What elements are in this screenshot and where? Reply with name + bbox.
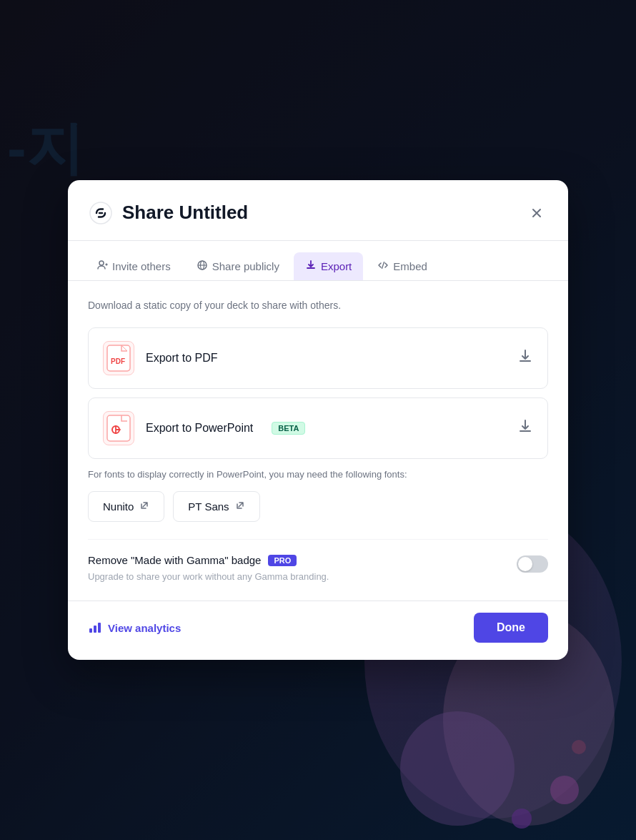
tab-invite[interactable]: Invite others [85, 252, 182, 280]
remove-badge-text: Remove "Made with Gamma" badge [88, 554, 261, 566]
modal-body: Download a static copy of your deck to s… [68, 281, 568, 601]
modal-title: Share Untitled [122, 202, 248, 224]
nunito-label: Nunito [103, 500, 134, 513]
font-ptsans-button[interactable]: PT Sans [173, 491, 259, 522]
pro-badge: PRO [268, 555, 297, 566]
pdf-icon: PDF [103, 341, 134, 375]
export-pdf-label: Export to PDF [146, 352, 217, 365]
tab-invite-label: Invite others [112, 260, 171, 272]
svg-text:PDF: PDF [111, 357, 125, 365]
view-analytics-button[interactable]: View analytics [88, 620, 181, 636]
font-buttons-group: Nunito PT Sans [88, 491, 548, 522]
ppt-icon [103, 411, 134, 445]
remove-badge-title-group: Remove "Made with Gamma" badge PRO [88, 554, 517, 566]
analytics-icon [88, 620, 102, 636]
remove-badge-left: Remove "Made with Gamma" badge PRO Upgra… [88, 554, 517, 583]
export-icon [305, 260, 317, 273]
remove-badge-toggle[interactable] [517, 555, 548, 573]
tab-export[interactable]: Export [294, 252, 363, 280]
export-ppt-option[interactable]: Export to PowerPoint BETA [88, 397, 548, 459]
view-analytics-label: View analytics [108, 622, 181, 634]
remove-badge-description: Upgrade to share your work without any G… [88, 570, 517, 583]
export-ppt-label: Export to PowerPoint [146, 422, 253, 435]
modal-header: Share Untitled [68, 180, 568, 241]
beta-badge: BETA [272, 422, 305, 435]
export-description: Download a static copy of your deck to s… [88, 298, 548, 313]
tab-embed[interactable]: Embed [366, 252, 439, 280]
external-link-icon-nunito [139, 500, 149, 513]
embed-icon [377, 260, 389, 273]
font-nunito-button[interactable]: Nunito [88, 491, 164, 522]
download-pdf-icon [517, 348, 533, 367]
export-pdf-option[interactable]: PDF Export to PDF [88, 327, 548, 389]
done-button[interactable]: Done [474, 613, 548, 643]
tab-embed-label: Embed [393, 260, 427, 272]
close-button[interactable] [525, 202, 548, 224]
download-ppt-icon [517, 418, 533, 438]
ptsans-label: PT Sans [188, 500, 229, 513]
tab-share-label: Share publicly [212, 260, 279, 272]
export-ppt-left: Export to PowerPoint BETA [103, 411, 305, 445]
svg-point-7 [99, 261, 104, 265]
svg-rect-14 [89, 628, 92, 633]
remove-badge-section: Remove "Made with Gamma" badge PRO Upgra… [88, 539, 548, 583]
svg-rect-16 [98, 623, 101, 633]
external-link-icon-ptsans [235, 500, 245, 513]
invite-icon [96, 260, 108, 273]
export-pdf-left: PDF Export to PDF [103, 341, 217, 375]
modal-backdrop: Share Untitled Invite others [0, 0, 636, 840]
fonts-description: For fonts to display correctly in PowerP… [88, 468, 548, 482]
tab-export-label: Export [321, 260, 352, 272]
modal-footer: View analytics Done [68, 601, 568, 660]
tab-share-publicly[interactable]: Share publicly [185, 252, 291, 280]
globe-icon [197, 260, 208, 273]
share-modal: Share Untitled Invite others [68, 180, 568, 661]
modal-title-group: Share Untitled [88, 200, 248, 226]
svg-rect-15 [94, 626, 96, 633]
link-icon [88, 200, 114, 226]
tab-bar: Invite others Share publicly [68, 241, 568, 281]
